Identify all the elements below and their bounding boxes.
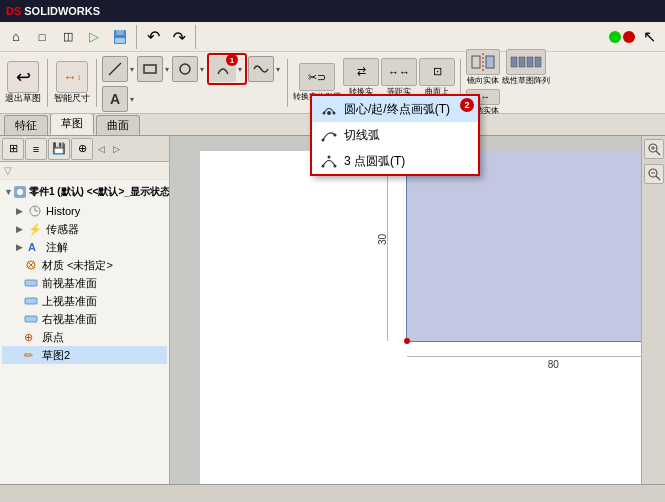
spline-dropdown-arrow[interactable]: ▾ xyxy=(274,59,282,79)
line-btn[interactable] xyxy=(102,56,128,82)
panel-scroll-right[interactable]: ▷ xyxy=(109,138,123,160)
arc-item1-badge: 2 xyxy=(460,98,474,112)
svg-line-23 xyxy=(656,151,660,155)
right-plane-label: 右视基准面 xyxy=(42,312,97,327)
zoom-out-btn[interactable] xyxy=(644,164,664,184)
tree-root[interactable]: ▼ 零件1 (默认) <<默认>_显示状态 1> xyxy=(2,182,167,202)
svg-rect-19 xyxy=(25,280,37,286)
svg-point-5 xyxy=(180,64,190,74)
arc-menu-item-tangent[interactable]: 切线弧 xyxy=(312,122,478,148)
canvas-right-toolbar xyxy=(641,136,665,502)
cursor-icon[interactable]: ↖ xyxy=(637,25,661,49)
filter-icon: ▽ xyxy=(4,165,12,176)
line-dropdown-arrow[interactable]: ▾ xyxy=(128,59,136,79)
tree-item-right-plane[interactable]: 右视基准面 xyxy=(2,310,167,328)
smart-dim-btn[interactable]: ↔↕ 智能尺寸 xyxy=(53,61,91,104)
top-plane-label: 上视基准面 xyxy=(42,294,97,309)
circle-dropdown-arrow[interactable]: ▾ xyxy=(198,59,206,79)
spline-btn[interactable] xyxy=(248,56,274,82)
svg-line-3 xyxy=(109,63,121,75)
mirror-btn[interactable]: 镜向实体 xyxy=(466,49,500,86)
tab-sketch[interactable]: 草图 xyxy=(50,113,94,135)
zoom-in-btn[interactable] xyxy=(644,139,664,159)
app-title: SOLIDWORKS xyxy=(24,5,100,17)
arc-menu-item-3point[interactable]: 3 点圆弧(T) xyxy=(312,148,478,174)
rect-btn[interactable] xyxy=(137,56,163,82)
arc-item2-label: 切线弧 xyxy=(344,127,380,144)
status-bar xyxy=(0,484,665,502)
sensor-icon: ⚡ xyxy=(28,221,44,237)
svg-point-33 xyxy=(334,134,337,137)
annotation-label: 注解 xyxy=(46,240,68,255)
arc-item1-label: 圆心/起/终点画弧(T) xyxy=(344,101,450,118)
text-btn[interactable]: A xyxy=(102,86,128,112)
tree-item-material[interactable]: 材质 <未指定> xyxy=(2,256,167,274)
smart-dim-label: 智能尺寸 xyxy=(54,94,90,104)
linear-array-btn[interactable]: 线性草图阵列 xyxy=(502,49,550,86)
sketch-tools-group: ▾ ▾ ▾ xyxy=(102,53,282,112)
tab-features[interactable]: 特征 xyxy=(4,115,48,135)
svg-point-31 xyxy=(333,112,336,115)
shape-left-edge xyxy=(406,151,407,341)
rect-dropdown-arrow[interactable]: ▾ xyxy=(163,59,171,79)
annotation-arrow: ▶ xyxy=(16,242,28,252)
rect-tool-group: ▾ xyxy=(137,56,171,82)
undo-btn[interactable]: ↶ xyxy=(141,25,165,49)
dim-v-line xyxy=(387,151,388,341)
panel-icon-grid[interactable]: ⊞ xyxy=(2,138,24,160)
panel-icon-list[interactable]: ≡ xyxy=(25,138,47,160)
svg-rect-11 xyxy=(527,57,533,67)
arc-tool-group: 1 ▾ xyxy=(207,53,247,85)
redo-btn[interactable]: ↶ xyxy=(167,25,191,49)
dim-v-text: 30 xyxy=(377,234,388,245)
panel-icon-target[interactable]: ⊕ xyxy=(71,138,93,160)
line-tool-group: ▾ xyxy=(102,56,136,82)
tree-item-sensor[interactable]: ▶ ⚡ 传感器 xyxy=(2,220,167,238)
tree-item-front-plane[interactable]: 前视基准面 xyxy=(2,274,167,292)
panel-scroll-left[interactable]: ◁ xyxy=(94,138,108,160)
circle-btn[interactable] xyxy=(172,56,198,82)
new-btn[interactable]: □ xyxy=(30,25,54,49)
save-btn[interactable] xyxy=(108,25,132,49)
svg-rect-1 xyxy=(116,30,124,35)
root-arrow: ▼ xyxy=(4,187,13,197)
arc-menu-item-center[interactable]: 圆心/起/终点画弧(T) 2 xyxy=(312,96,478,122)
play-btn[interactable]: ▷ xyxy=(82,25,106,49)
red-light xyxy=(623,31,635,43)
tree-item-sketch2[interactable]: ✏ 草图2 xyxy=(2,346,167,364)
tree-root-label: 零件1 (默认) <<默认>_显示状态 1> xyxy=(29,185,169,199)
svg-rect-4 xyxy=(144,65,156,73)
arc-item2-icon xyxy=(320,126,338,144)
arc-btn[interactable]: 1 xyxy=(210,56,236,82)
panel-icon-save[interactable]: 💾 xyxy=(48,138,70,160)
sensor-label: 传感器 xyxy=(46,222,79,237)
feature-tree: ▼ 零件1 (默认) <<默认>_显示状态 1> ▶ History ▶ ⚡ 传… xyxy=(0,180,169,502)
history-arrow: ▶ xyxy=(16,206,28,216)
main-area: ⊞ ≡ 💾 ⊕ ◁ ▷ ▽ ▼ 零件1 (默认) <<默认>_显示状态 1> xyxy=(0,136,665,502)
svg-point-14 xyxy=(17,189,23,195)
svg-rect-21 xyxy=(25,316,37,322)
front-plane-icon xyxy=(24,275,40,291)
drawing-canvas[interactable]: 30 80 xyxy=(200,151,660,497)
tree-item-annotation[interactable]: ▶ A 注解 xyxy=(2,238,167,256)
exit-sketch-label: 退出草图 xyxy=(5,94,41,104)
text-dropdown-arrow[interactable]: ▾ xyxy=(128,89,136,109)
linear-array-label: 线性草图阵列 xyxy=(502,75,550,86)
svg-rect-6 xyxy=(472,56,480,68)
root-icon xyxy=(13,184,27,200)
material-label: 材质 <未指定> xyxy=(42,258,113,273)
tree-item-origin[interactable]: ⊕ 原点 xyxy=(2,328,167,346)
svg-point-29 xyxy=(327,111,331,115)
arc-item1-icon xyxy=(320,100,338,118)
open-btn[interactable]: ◫ xyxy=(56,25,80,49)
dim-h-line xyxy=(407,356,660,357)
corner-marker xyxy=(404,338,410,344)
tree-item-top-plane[interactable]: 上视基准面 xyxy=(2,292,167,310)
tree-item-history[interactable]: ▶ History xyxy=(2,202,167,220)
exit-sketch-btn[interactable]: ↩ 退出草图 xyxy=(4,61,42,104)
home-btn[interactable]: ⌂ xyxy=(4,25,28,49)
tab-surface[interactable]: 曲面 xyxy=(96,115,140,135)
shape-fill xyxy=(407,151,660,341)
arc-item3-label: 3 点圆弧(T) xyxy=(344,153,405,170)
ds-prefix: DS xyxy=(6,5,21,17)
